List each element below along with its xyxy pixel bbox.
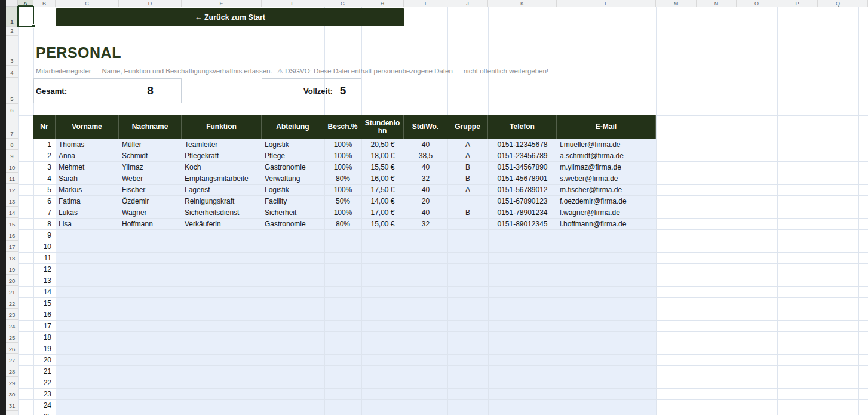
cell-I15[interactable]: 32 <box>404 218 447 229</box>
cell-E11[interactable]: Empfangsmitarbeite <box>182 173 262 184</box>
cell-B16[interactable]: 9 <box>33 229 56 241</box>
cell-C8[interactable]: Thomas <box>56 139 119 150</box>
cell-J15[interactable] <box>447 218 488 229</box>
cell-F14[interactable]: Sicherheit <box>262 207 324 218</box>
cell-J11[interactable]: B <box>447 173 488 184</box>
cell-C13[interactable]: Fatima <box>56 195 119 207</box>
cell-I14[interactable]: 40 <box>404 207 447 218</box>
cell-B31[interactable]: 24 <box>33 399 56 411</box>
cell-B22[interactable]: 15 <box>33 297 56 309</box>
cell-E9[interactable]: Pflegekraft <box>182 150 262 161</box>
cell-B29[interactable]: 22 <box>33 377 56 388</box>
column-header-H[interactable]: H <box>361 0 404 7</box>
column-header-P[interactable]: P <box>777 0 818 7</box>
row-header-13[interactable]: 13 <box>6 195 18 207</box>
cell-L13[interactable]: f.oezdemir@firma.de <box>557 195 656 207</box>
cell-E15[interactable]: Verkäuferin <box>182 218 262 229</box>
row-header-17[interactable]: 17 <box>6 241 18 252</box>
cell-B17[interactable]: 10 <box>33 241 56 252</box>
cell-B19[interactable]: 12 <box>33 263 56 275</box>
row-header-11[interactable]: 11 <box>6 173 18 184</box>
column-header-M[interactable]: M <box>656 0 697 7</box>
cell-K14[interactable]: 0151-78901234 <box>488 207 557 218</box>
cell-I13[interactable]: 20 <box>404 195 447 207</box>
cell-B21[interactable]: 14 <box>33 286 56 297</box>
row-header-15[interactable]: 15 <box>6 218 18 229</box>
table-header-abteilung[interactable]: Abteilung <box>262 115 324 139</box>
column-header-B[interactable]: B <box>33 0 56 7</box>
row-header-29[interactable]: 29 <box>6 377 18 388</box>
cell-J9[interactable]: A <box>447 150 488 161</box>
cell-G12[interactable]: 100% <box>324 184 361 195</box>
cell-K11[interactable]: 0151-45678901 <box>488 173 557 184</box>
column-header-D[interactable]: D <box>119 0 182 7</box>
column-header-G[interactable]: G <box>324 0 361 7</box>
row-header-3[interactable]: 3 <box>6 36 18 66</box>
cell-B20[interactable]: 13 <box>33 275 56 286</box>
cell-J10[interactable]: B <box>447 161 488 173</box>
cell-D9[interactable]: Schmidt <box>119 150 182 161</box>
cell-F10[interactable]: Gastronomie <box>262 161 324 173</box>
cell-B9[interactable]: 2 <box>33 150 56 161</box>
cell-K9[interactable]: 0151-23456789 <box>488 150 557 161</box>
cell-B15[interactable]: 8 <box>33 218 56 229</box>
row-header-23[interactable]: 23 <box>6 309 18 320</box>
cell-B30[interactable]: 23 <box>33 388 56 399</box>
cell-I12[interactable]: 40 <box>404 184 447 195</box>
row-header-28[interactable]: 28 <box>6 365 18 377</box>
column-header-K[interactable]: K <box>488 0 557 7</box>
cell-H15[interactable]: 15,00 € <box>361 218 404 229</box>
cell-L10[interactable]: m.yilmaz@firma.de <box>557 161 656 173</box>
cell-C14[interactable]: Lukas <box>56 207 119 218</box>
row-header-30[interactable]: 30 <box>6 388 18 399</box>
cell-E14[interactable]: Sicherheitsdienst <box>182 207 262 218</box>
row-header-10[interactable]: 10 <box>6 161 18 173</box>
cell-C9[interactable]: Anna <box>56 150 119 161</box>
cell-H9[interactable]: 18,00 € <box>361 150 404 161</box>
cell-E10[interactable]: Koch <box>182 161 262 173</box>
table-header-besch[interactable]: Besch.% <box>324 115 361 139</box>
cell-B13[interactable]: 6 <box>33 195 56 207</box>
cell-K15[interactable]: 0151-89012345 <box>488 218 557 229</box>
table-header-nr[interactable]: Nr <box>33 115 56 139</box>
cell-G15[interactable]: 80% <box>324 218 361 229</box>
table-header-funktion[interactable]: Funktion <box>182 115 262 139</box>
cell-D13[interactable]: Özdemir <box>119 195 182 207</box>
cell-E8[interactable]: Teamleiter <box>182 139 262 150</box>
cell-L14[interactable]: l.wagner@firma.de <box>557 207 656 218</box>
row-header-5[interactable]: 5 <box>6 78 18 104</box>
cell-F11[interactable]: Verwaltung <box>262 173 324 184</box>
column-header-F[interactable]: F <box>262 0 324 7</box>
cell-D10[interactable]: Yilmaz <box>119 161 182 173</box>
select-all-corner[interactable] <box>6 0 18 7</box>
table-header-vorname[interactable]: Vorname <box>56 115 119 139</box>
cell-H10[interactable]: 15,50 € <box>361 161 404 173</box>
table-header-nachname[interactable]: Nachname <box>119 115 182 139</box>
cell-H12[interactable]: 17,50 € <box>361 184 404 195</box>
cell-J12[interactable]: A <box>447 184 488 195</box>
cell-B24[interactable]: 17 <box>33 320 56 331</box>
cell-E13[interactable]: Reinigungskraft <box>182 195 262 207</box>
cell-I8[interactable]: 40 <box>404 139 447 150</box>
cell-I9[interactable]: 38,5 <box>404 150 447 161</box>
cell-J13[interactable] <box>447 195 488 207</box>
column-header-N[interactable]: N <box>697 0 737 7</box>
row-header-7[interactable]: 7 <box>6 115 18 139</box>
column-header-Q[interactable]: Q <box>818 0 858 7</box>
back-to-start-button[interactable]: ← Zurück zum Start <box>56 8 404 26</box>
row-header-24[interactable]: 24 <box>6 320 18 331</box>
table-header-telefon[interactable]: Telefon <box>488 115 557 139</box>
cell-F12[interactable]: Logistik <box>262 184 324 195</box>
cell-G8[interactable]: 100% <box>324 139 361 150</box>
cell-G10[interactable]: 100% <box>324 161 361 173</box>
table-header-std-wo[interactable]: Std/Wo. <box>404 115 447 139</box>
cell-D12[interactable]: Fischer <box>119 184 182 195</box>
cell-J14[interactable]: B <box>447 207 488 218</box>
cell-I11[interactable]: 32 <box>404 173 447 184</box>
cell-L15[interactable]: l.hoffmann@firma.de <box>557 218 656 229</box>
row-header-25[interactable]: 25 <box>6 331 18 343</box>
row-header-19[interactable]: 19 <box>6 263 18 275</box>
cell-B10[interactable]: 3 <box>33 161 56 173</box>
cell-K10[interactable]: 0151-34567890 <box>488 161 557 173</box>
cell-G9[interactable]: 100% <box>324 150 361 161</box>
